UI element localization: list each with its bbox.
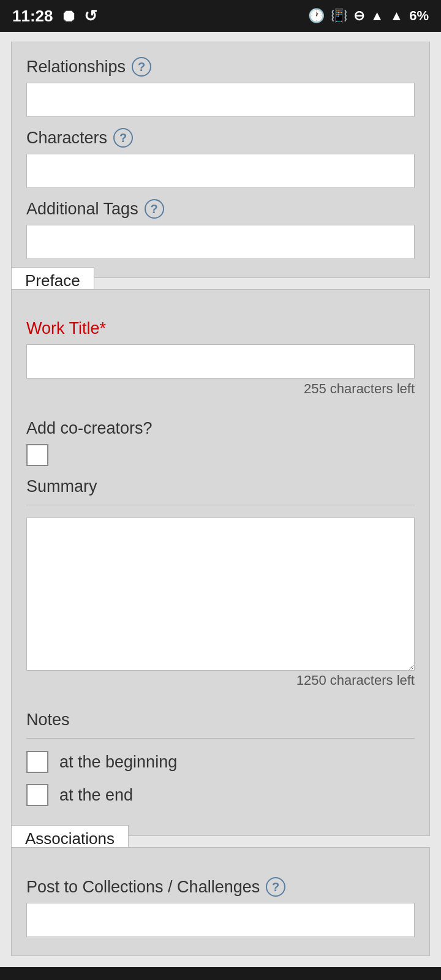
signal-icon: ▲ [390, 8, 403, 24]
post-to-collections-help-icon[interactable]: ? [266, 877, 285, 897]
relationships-input[interactable] [26, 83, 415, 117]
status-bar-right: 🕐 📳 ⊖ ▲ ▲ 6% [308, 8, 429, 24]
add-cocreators-label: Add co-creators? [26, 419, 415, 438]
notes-beginning-row: at the beginning [26, 751, 415, 773]
summary-input[interactable] [26, 518, 415, 671]
battery-display: 6% [409, 8, 429, 24]
notes-beginning-checkbox[interactable] [26, 751, 48, 773]
recording-icon: ⏺ [61, 7, 77, 26]
characters-help-icon[interactable]: ? [113, 128, 133, 148]
relationships-label: Relationships ? [26, 57, 415, 77]
additional-tags-help-icon[interactable]: ? [145, 199, 164, 219]
work-title-label: Work Title* [26, 319, 415, 338]
post-to-collections-input[interactable] [26, 903, 415, 937]
status-bar: 11:28 ⏺ ↺ 🕐 📳 ⊖ ▲ ▲ 6% [0, 0, 441, 32]
additional-tags-input[interactable] [26, 225, 415, 259]
dnd-icon: ⊖ [353, 8, 364, 24]
tagging-section: Relationships ? Characters ? Additional … [11, 42, 430, 278]
work-title-char-count: 255 characters left [26, 381, 415, 397]
add-cocreators-checkbox[interactable] [26, 444, 48, 466]
notes-end-row: at the end [26, 784, 415, 806]
bottom-nav-bar [0, 967, 441, 980]
alarm-icon: 🕐 [308, 8, 325, 24]
characters-input[interactable] [26, 154, 415, 188]
summary-divider [26, 505, 415, 505]
work-title-input[interactable] [26, 344, 415, 379]
additional-tags-label: Additional Tags ? [26, 199, 415, 219]
notes-divider [26, 738, 415, 739]
notes-end-checkbox[interactable] [26, 784, 48, 806]
summary-char-count: 1250 characters left [26, 673, 415, 688]
notes-label: Notes [26, 710, 415, 729]
wifi-icon: ▲ [371, 8, 384, 24]
history-icon: ↺ [84, 7, 97, 26]
summary-label: Summary [26, 477, 415, 496]
post-to-collections-label: Post to Collections / Challenges ? [26, 877, 415, 897]
add-cocreators-row [26, 444, 415, 466]
main-content: Relationships ? Characters ? Additional … [0, 42, 441, 956]
relationships-help-icon[interactable]: ? [132, 57, 151, 77]
notes-end-label: at the end [59, 786, 133, 805]
vibrate-icon: 📳 [331, 8, 347, 24]
notes-beginning-label: at the beginning [59, 753, 177, 772]
characters-label: Characters ? [26, 128, 415, 148]
status-bar-left: 11:28 ⏺ ↺ [12, 7, 97, 26]
time-display: 11:28 [12, 7, 53, 26]
